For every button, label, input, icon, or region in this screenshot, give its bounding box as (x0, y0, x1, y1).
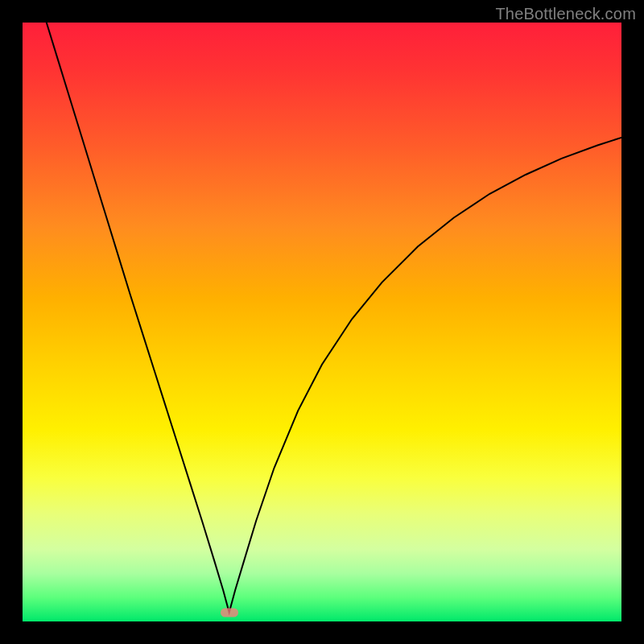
bottleneck-marker (221, 608, 238, 617)
watermark-label: TheBottleneck.com (495, 5, 636, 23)
plot-area (23, 23, 621, 621)
chart-container: TheBottleneck.com (0, 0, 644, 644)
chart-curve (23, 23, 621, 621)
